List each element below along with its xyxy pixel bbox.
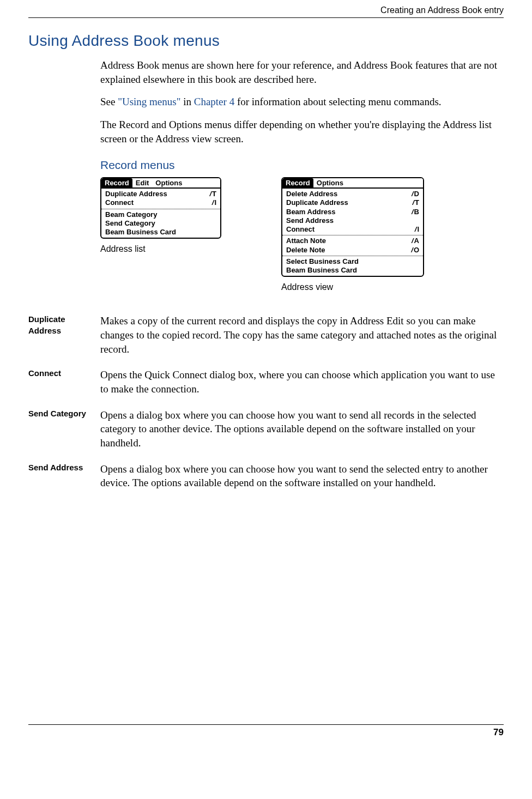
menu-item-label: Beam Address xyxy=(286,208,336,216)
definition-row: ConnectOpens the Quick Connect dialog bo… xyxy=(28,368,504,396)
section-title: Creating an Address Book entry xyxy=(380,5,504,15)
menu-shortcut: /I xyxy=(207,198,216,207)
menu-item[interactable]: Beam Category xyxy=(101,210,220,219)
menu-item[interactable]: Beam Business Card xyxy=(282,266,423,275)
menu-item-label: Select Business Card xyxy=(286,257,359,266)
menu-item-label: Duplicate Address xyxy=(105,190,167,198)
menu-item-label: Beam Category xyxy=(105,210,157,219)
menu-item[interactable]: Duplicate Address/T xyxy=(101,190,220,198)
menu-shortcut: /O xyxy=(406,246,419,255)
menu-shortcut: /T xyxy=(407,198,419,207)
menu-item[interactable]: Duplicate Address/T xyxy=(282,198,423,207)
definition-row: Send CategoryOpens a dialog box where yo… xyxy=(28,408,504,450)
menu-item-label: Duplicate Address xyxy=(286,198,348,207)
menu-shortcut: /T xyxy=(204,190,216,198)
page-number: 79 xyxy=(493,727,504,738)
caption-address-view: Address view xyxy=(281,282,333,292)
address-view-menu-block: Record Options Delete Address/DDuplicate… xyxy=(281,177,424,292)
menubar-tab-options[interactable]: Options xyxy=(313,178,347,187)
intro-p3: The Record and Options menus differ depe… xyxy=(100,118,504,146)
menubar-tab-options[interactable]: Options xyxy=(152,178,185,187)
menu-item-label: Beam Business Card xyxy=(286,266,357,275)
definition-term: Send Address xyxy=(28,462,100,490)
definition-description: Makes a copy of the current record and d… xyxy=(100,314,504,356)
menu-group: Select Business CardBeam Business Card xyxy=(282,256,423,276)
definition-row: Duplicate AddressMakes a copy of the cur… xyxy=(28,314,504,356)
menu-shortcut: /I xyxy=(409,225,419,234)
menu-item[interactable]: Beam Address/B xyxy=(282,208,423,216)
menu-item-label: Connect xyxy=(105,198,134,207)
intro-block: Address Book menus are shown here for yo… xyxy=(100,58,504,292)
address-list-menu-block: Record Edit Options Duplicate Address/TC… xyxy=(100,177,221,292)
menu-group: Beam CategorySend CategoryBeam Business … xyxy=(101,209,220,238)
menu-item[interactable]: Attach Note/A xyxy=(282,237,423,245)
menu-item-label: Delete Note xyxy=(286,246,325,255)
menu-item-label: Connect xyxy=(286,225,315,234)
menu-item[interactable]: Connect/I xyxy=(282,225,423,234)
palm-menu-list: Record Edit Options Duplicate Address/TC… xyxy=(100,177,221,239)
definition-term: Send Category xyxy=(28,408,100,450)
menu-group: Duplicate Address/TConnect/I xyxy=(101,189,220,209)
menu-item[interactable]: Select Business Card xyxy=(282,257,423,266)
menu-screenshots: Record Edit Options Duplicate Address/TC… xyxy=(100,177,504,292)
menubar-list: Record Edit Options xyxy=(101,178,220,189)
definition-row: Send AddressOpens a dialog box where you… xyxy=(28,462,504,490)
heading-1: Using Address Book menus xyxy=(28,32,504,50)
menu-item[interactable]: Send Category xyxy=(101,219,220,228)
definition-term: Connect xyxy=(28,368,100,396)
menubar-tab-record[interactable]: Record xyxy=(101,178,132,187)
menu-item[interactable]: Delete Note/O xyxy=(282,246,423,255)
menu-item-label: Send Address xyxy=(286,216,334,225)
menu-item[interactable]: Beam Business Card xyxy=(101,228,220,237)
menubar-tab-record[interactable]: Record xyxy=(282,178,313,187)
menu-group: Delete Address/DDuplicate Address/TBeam … xyxy=(282,189,423,235)
menubar-view: Record Options xyxy=(282,178,423,189)
menu-item-label: Attach Note xyxy=(286,237,326,245)
heading-2: Record menus xyxy=(100,159,504,172)
link-using-menus[interactable]: "Using menus" xyxy=(118,96,180,107)
intro-p2: See "Using menus" in Chapter 4 for infor… xyxy=(100,95,504,109)
menu-shortcut: /B xyxy=(406,208,419,216)
definition-description: Opens a dialog box where you can choose … xyxy=(100,462,504,490)
page-header: Creating an Address Book entry xyxy=(28,5,504,18)
link-chapter-4[interactable]: Chapter 4 xyxy=(194,96,234,107)
definition-term: Duplicate Address xyxy=(28,314,100,356)
menubar-tab-edit[interactable]: Edit xyxy=(132,178,153,187)
definition-description: Opens the Quick Connect dialog box, wher… xyxy=(100,368,504,396)
definitions-list: Duplicate AddressMakes a copy of the cur… xyxy=(28,314,504,489)
menu-item-label: Delete Address xyxy=(286,190,337,198)
caption-address-list: Address list xyxy=(100,244,146,254)
menu-group: Attach Note/ADelete Note/O xyxy=(282,235,423,256)
menu-item-label: Beam Business Card xyxy=(105,228,176,237)
menu-item[interactable]: Send Address xyxy=(282,216,423,225)
menu-item-label: Send Category xyxy=(105,219,155,228)
definition-description: Opens a dialog box where you can choose … xyxy=(100,408,504,450)
menu-shortcut: /A xyxy=(406,237,419,245)
palm-menu-view: Record Options Delete Address/DDuplicate… xyxy=(281,177,424,277)
intro-p1: Address Book menus are shown here for yo… xyxy=(100,58,504,86)
menu-item[interactable]: Connect/I xyxy=(101,198,220,207)
menu-shortcut: /D xyxy=(406,190,419,198)
menu-item[interactable]: Delete Address/D xyxy=(282,190,423,198)
page-footer: 79 xyxy=(28,724,504,738)
